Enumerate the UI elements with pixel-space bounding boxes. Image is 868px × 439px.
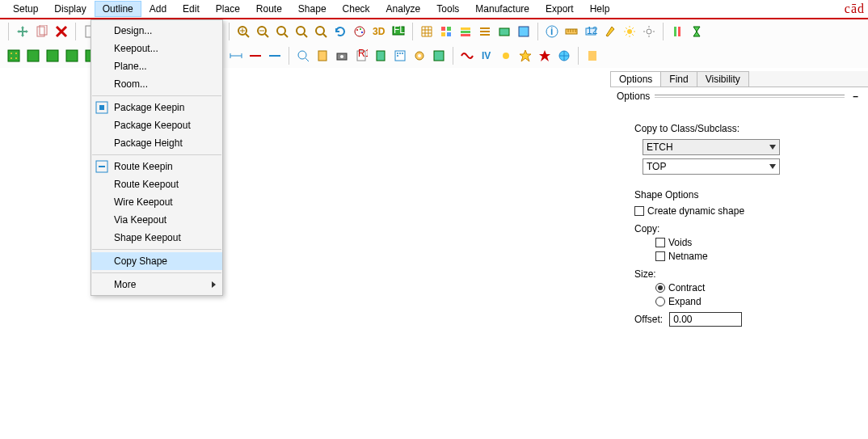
globe-icon[interactable]: [555, 47, 573, 65]
menu-shape[interactable]: Shape: [290, 1, 335, 17]
vis-report-icon[interactable]: R1R2: [352, 47, 370, 65]
flip-icon[interactable]: FLIP: [390, 23, 407, 40]
shape-options-label: Shape Options: [634, 189, 853, 201]
waveform-icon[interactable]: [458, 47, 476, 65]
voids-checkbox[interactable]: Voids: [655, 237, 853, 248]
menu-add[interactable]: Add: [141, 1, 175, 17]
outline-menu: Design... Keepout... Plane... Room... Pa…: [91, 19, 223, 296]
toolbar-sep: [453, 47, 453, 65]
zoom-sel-icon[interactable]: [293, 23, 310, 40]
menu-via-keepout[interactable]: Via Keepout: [91, 211, 222, 229]
shape-dim3-icon[interactable]: [266, 47, 284, 65]
create-dynamic-checkbox[interactable]: Create dynamic shape: [634, 205, 853, 217]
pcb-icon[interactable]: [5, 47, 23, 65]
copy-icon[interactable]: [33, 23, 51, 40]
vis-board-icon[interactable]: [430, 47, 448, 65]
pcb3-icon[interactable]: [44, 47, 61, 65]
zoom-in-icon[interactable]: [234, 23, 252, 40]
svg-point-15: [316, 27, 324, 35]
menu-analyze[interactable]: Analyze: [378, 1, 429, 17]
class-select[interactable]: ETCH: [643, 139, 780, 155]
cam-icon[interactable]: [495, 23, 513, 40]
checkbox-icon: [655, 251, 665, 261]
redraw-icon[interactable]: [331, 23, 349, 40]
menu-route[interactable]: Route: [248, 1, 290, 17]
zoom-point-icon[interactable]: [312, 23, 330, 40]
menu-setup[interactable]: Setup: [5, 1, 46, 17]
menu-shape-keepout[interactable]: Shape Keepout: [91, 229, 222, 247]
vis-cam-icon[interactable]: [333, 47, 351, 65]
menu-route-keepout[interactable]: Route Keepout: [91, 175, 222, 193]
vis-matrix-icon[interactable]: [391, 47, 409, 65]
tab-visibility[interactable]: Visibility: [697, 71, 749, 87]
ruler-icon[interactable]: [563, 23, 580, 40]
svg-point-67: [402, 53, 403, 54]
shape-dim-icon[interactable]: [227, 47, 245, 65]
star2-icon[interactable]: [536, 47, 554, 65]
align-icon[interactable]: [476, 23, 494, 40]
menu-wire-keepout[interactable]: Wire Keepout: [91, 193, 222, 211]
menu-outline[interactable]: Outline: [95, 1, 141, 17]
toolbar-sep: [289, 47, 289, 65]
info-icon[interactable]: i: [543, 23, 561, 40]
menu-design[interactable]: Design...: [91, 22, 222, 40]
move-icon[interactable]: [14, 23, 32, 40]
sun2-icon[interactable]: [497, 47, 515, 65]
tab-options[interactable]: Options: [610, 71, 661, 87]
menu-copy-shape[interactable]: Copy Shape: [91, 252, 222, 270]
hourglass-icon[interactable]: [688, 23, 706, 40]
netname-checkbox[interactable]: Netname: [655, 251, 853, 262]
color-icon[interactable]: [351, 23, 369, 40]
iv-icon[interactable]: IV: [478, 47, 495, 65]
svg-rect-28: [461, 31, 470, 33]
menu-place[interactable]: Place: [208, 1, 248, 17]
xsect-icon[interactable]: [668, 23, 686, 40]
zoom-out-icon[interactable]: [254, 23, 272, 40]
pcb4-icon[interactable]: [63, 47, 81, 65]
zoom-fit-icon[interactable]: [273, 23, 291, 40]
dim-icon[interactable]: [640, 23, 658, 40]
pcb2-icon[interactable]: [24, 47, 42, 65]
delete-icon[interactable]: [53, 23, 70, 40]
menu-keepout[interactable]: Keepout...: [91, 40, 222, 57]
svg-point-43: [15, 53, 17, 54]
menu-help[interactable]: Help: [582, 1, 618, 17]
menu-tools[interactable]: Tools: [428, 1, 467, 17]
brand-logo: cād: [845, 2, 865, 16]
end-icon[interactable]: [584, 47, 601, 65]
menu-more[interactable]: More: [91, 276, 222, 293]
contract-radio[interactable]: Contract: [655, 282, 853, 293]
menu-manufacture[interactable]: Manufacture: [467, 1, 537, 17]
menu-room[interactable]: Room...: [91, 75, 222, 93]
subclass-select[interactable]: TOP: [643, 158, 780, 175]
vis-gear-icon[interactable]: [411, 47, 428, 65]
tab-find[interactable]: Find: [660, 71, 697, 87]
svg-point-18: [360, 28, 361, 30]
panel-minimize-button[interactable]: –: [849, 91, 862, 102]
stack-icon[interactable]: [457, 23, 474, 40]
highlight-icon[interactable]: [601, 23, 619, 40]
vis-book2-icon[interactable]: [372, 47, 390, 65]
menu-package-height[interactable]: Package Height: [91, 134, 222, 152]
star-icon[interactable]: [516, 47, 534, 65]
menu-item-label: Package Keepin: [114, 102, 184, 113]
vis-book-icon[interactable]: [314, 47, 331, 65]
shape-dim2-icon[interactable]: [246, 47, 264, 65]
expand-radio[interactable]: Expand: [655, 296, 853, 307]
menu-plane[interactable]: Plane...: [91, 57, 222, 75]
vis-search-icon[interactable]: [294, 47, 312, 65]
menu-route-keepin[interactable]: Route Keepin: [91, 158, 222, 175]
measure-icon[interactable]: 123: [582, 23, 600, 40]
grid-icon[interactable]: [418, 23, 436, 40]
menu-edit[interactable]: Edit: [175, 1, 208, 17]
menu-package-keepin[interactable]: Package Keepin: [91, 99, 222, 116]
sun-icon[interactable]: [621, 23, 638, 40]
menu-display[interactable]: Display: [46, 1, 94, 17]
3d-icon[interactable]: 3D: [370, 23, 388, 40]
menu-export[interactable]: Export: [537, 1, 582, 17]
menu-check[interactable]: Check: [335, 1, 378, 17]
offset-input[interactable]: 0.00: [669, 312, 742, 327]
layers-icon[interactable]: [437, 23, 455, 40]
drc-icon[interactable]: [515, 23, 533, 40]
menu-package-keepout[interactable]: Package Keepout: [91, 116, 222, 134]
